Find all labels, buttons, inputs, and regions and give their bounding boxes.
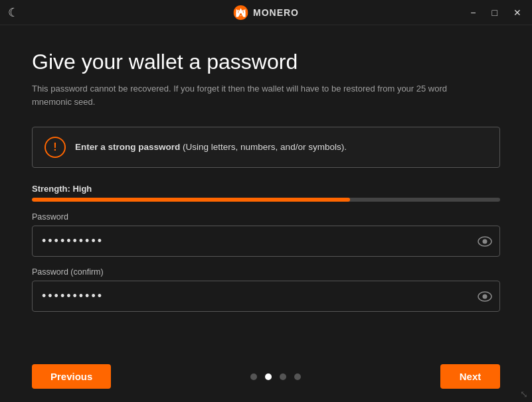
password-confirm-input-wrapper bbox=[32, 281, 500, 312]
warning-icon: ! bbox=[44, 137, 66, 158]
title-bar-center: MONERO bbox=[233, 5, 299, 20]
password-label: Password bbox=[32, 212, 500, 222]
svg-point-2 bbox=[483, 239, 488, 243]
maximize-button[interactable]: □ bbox=[489, 7, 500, 19]
page-title: Give your wallet a password bbox=[32, 49, 500, 74]
minimize-button[interactable]: − bbox=[468, 7, 478, 19]
monero-logo-icon bbox=[233, 5, 248, 20]
strength-bar-background bbox=[32, 198, 500, 202]
main-content: Give your wallet a password This passwor… bbox=[0, 25, 532, 336]
previous-button[interactable]: Previous bbox=[32, 364, 111, 389]
page-subtitle: This password cannot be recovered. If yo… bbox=[32, 82, 484, 108]
next-button[interactable]: Next bbox=[440, 364, 500, 389]
password-confirm-label: Password (confirm) bbox=[32, 267, 500, 277]
close-button[interactable]: ✕ bbox=[511, 7, 524, 19]
moon-icon: ☾ bbox=[8, 5, 19, 20]
footer: Previous Next bbox=[0, 354, 532, 402]
warning-box: ! Enter a strong password (Using letters… bbox=[32, 127, 500, 168]
app-title: MONERO bbox=[253, 7, 299, 18]
warning-text: Enter a strong password (Using letters, … bbox=[75, 141, 347, 154]
title-bar: ☾ MONERO − □ ✕ bbox=[0, 0, 532, 25]
warning-regular-text: (Using letters, numbers, and/or symbols)… bbox=[183, 142, 347, 152]
title-bar-left: ☾ bbox=[8, 5, 19, 20]
svg-point-4 bbox=[483, 294, 488, 299]
password-confirm-input[interactable] bbox=[32, 281, 500, 312]
password-toggle-button[interactable] bbox=[478, 235, 492, 247]
password-input[interactable] bbox=[32, 226, 500, 257]
eye-icon bbox=[478, 235, 492, 247]
dot-3 bbox=[280, 373, 286, 380]
password-confirm-field-group: Password (confirm) bbox=[32, 267, 500, 312]
pagination-dots bbox=[250, 373, 301, 380]
eye-confirm-icon bbox=[478, 291, 492, 302]
warning-bold-text: Enter a strong password bbox=[75, 142, 180, 152]
resize-handle[interactable]: ⤡ bbox=[520, 389, 528, 399]
dot-2 bbox=[265, 373, 272, 380]
password-input-wrapper bbox=[32, 226, 500, 257]
dot-1 bbox=[250, 373, 257, 380]
password-confirm-toggle-button[interactable] bbox=[478, 291, 492, 302]
strength-label: Strength: High bbox=[32, 184, 500, 194]
dot-4 bbox=[294, 373, 301, 380]
password-field-group: Password bbox=[32, 212, 500, 257]
strength-section: Strength: High bbox=[32, 184, 500, 202]
strength-bar-fill bbox=[32, 198, 350, 202]
window-controls: − □ ✕ bbox=[468, 7, 524, 19]
